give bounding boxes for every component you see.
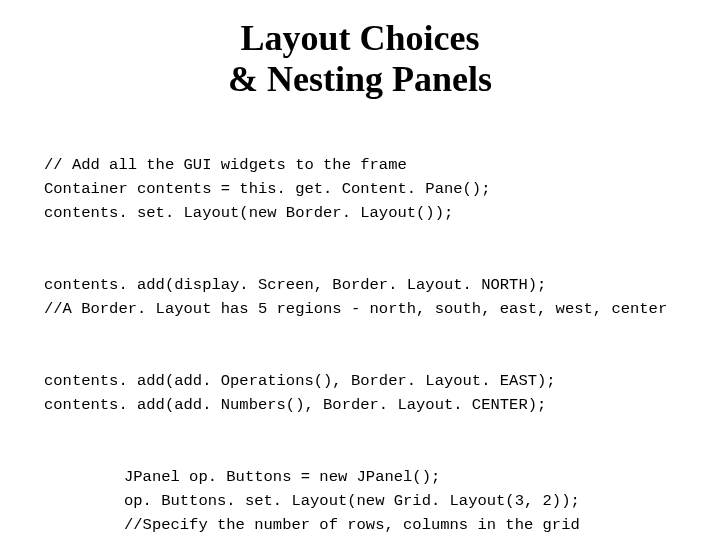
code-line: contents. add(add. Operations(), Border.… [44,372,556,390]
code-line: Container contents = this. get. Content.… [44,180,490,198]
title-line-2: & Nesting Panels [228,59,492,99]
code-line: //A Border. Layout has 5 regions - north… [44,300,667,318]
code-line: contents. add(add. Numbers(), Border. La… [44,396,546,414]
code-block-3: contents. add(add. Operations(), Border.… [44,345,676,417]
code-block-1: // Add all the GUI widgets to the frame … [44,129,676,225]
title-line-1: Layout Choices [240,18,479,58]
code-line: contents. set. Layout(new Border. Layout… [44,204,453,222]
code-line: contents. add(display. Screen, Border. L… [44,276,546,294]
code-block-2: contents. add(display. Screen, Border. L… [44,249,676,321]
code-line: //Specify the number of rows, columns in… [124,516,580,534]
code-line: // Add all the GUI widgets to the frame [44,156,407,174]
code-line: op. Buttons. set. Layout(new Grid. Layou… [124,492,580,510]
slide: Layout Choices & Nesting Panels // Add a… [0,0,720,540]
slide-title: Layout Choices & Nesting Panels [44,18,676,101]
code-block-4: JPanel op. Buttons = new JPanel(); op. B… [124,441,676,537]
code-line: JPanel op. Buttons = new JPanel(); [124,468,440,486]
